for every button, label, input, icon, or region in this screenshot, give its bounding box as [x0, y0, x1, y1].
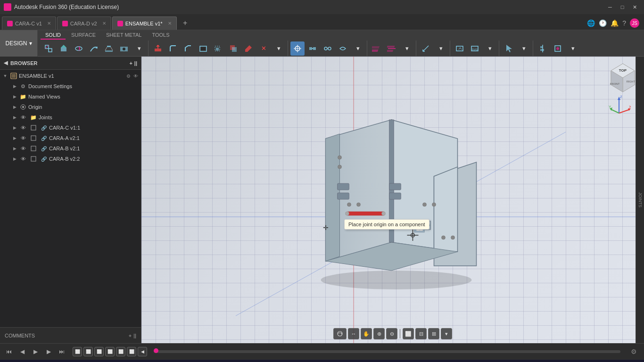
scale-btn[interactable]: [211, 41, 225, 56]
insert-more-btn[interactable]: ▾: [483, 41, 497, 56]
tab-cara-d[interactable]: CARA-D v2 ✕: [57, 16, 111, 30]
tree-named-views[interactable]: ▶ 📁 Named Views: [0, 91, 141, 102]
playback-end-btn[interactable]: ⏭: [57, 346, 67, 357]
keyframe-btn4[interactable]: ⬜: [105, 347, 115, 356]
direct-edit-btn[interactable]: [241, 41, 256, 56]
keyframe-btn3[interactable]: ⬜: [94, 347, 104, 356]
browser-add-icon[interactable]: +: [129, 60, 132, 66]
insert-svg-btn[interactable]: SVG: [468, 41, 482, 56]
create-more-btn[interactable]: ▾: [132, 41, 146, 56]
display-mode-btn[interactable]: ⊟: [415, 328, 427, 339]
pan-btn[interactable]: ↔: [348, 328, 359, 339]
new-component-btn[interactable]: [41, 41, 56, 56]
cara-a-v21-eye-icon[interactable]: 👁: [19, 134, 27, 142]
comments-add-btn[interactable]: +: [129, 333, 132, 338]
extrude-btn[interactable]: [57, 41, 71, 56]
playback-prev-btn[interactable]: ◀: [17, 346, 27, 357]
joints-eye-icon[interactable]: 👁: [19, 114, 27, 121]
comments-collapse-btn[interactable]: ||: [133, 333, 136, 338]
measure-btn[interactable]: [419, 41, 433, 56]
tab-cara-d-close[interactable]: ✕: [102, 21, 106, 26]
position-more-btn[interactable]: ▾: [566, 41, 580, 56]
playback-play-btn[interactable]: ▶: [30, 346, 41, 357]
viewport[interactable]: ⬜⬜ Place joint origin on a component ✛: [141, 57, 644, 343]
tab-solid[interactable]: SOLID: [41, 31, 66, 40]
revolve-btn[interactable]: [72, 41, 86, 56]
timeline-thumb[interactable]: [154, 348, 158, 353]
keyframe-btn1[interactable]: ⬜: [73, 347, 82, 356]
window-controls[interactable]: ─ □ ✕: [604, 2, 640, 12]
tab-sheet-metal[interactable]: SHEET METAL: [101, 31, 146, 40]
orbit-btn[interactable]: [333, 328, 347, 339]
joint-btn[interactable]: [290, 41, 305, 56]
midplane-btn[interactable]: [385, 41, 399, 56]
tab-globe-icon[interactable]: 🌐: [587, 19, 595, 27]
cara-b-v21-eye-icon[interactable]: 👁: [19, 145, 27, 152]
zoom-out-btn[interactable]: ⊖: [386, 328, 397, 339]
drive-joints-btn[interactable]: [321, 41, 335, 56]
cara-b-v22-expand[interactable]: ▶: [11, 156, 18, 162]
tab-tools[interactable]: TOOLS: [147, 31, 174, 40]
cara-b-v22-eye-icon[interactable]: 👁: [19, 155, 27, 163]
loft-btn[interactable]: [102, 41, 116, 56]
tab-user-icon[interactable]: JS: [630, 18, 639, 28]
root-eye-icon[interactable]: 👁: [132, 73, 139, 79]
select-more-btn[interactable]: ▾: [517, 41, 531, 56]
tree-cara-a-v21[interactable]: ▶ 👁 🔗 CARA-A v2:1: [0, 133, 141, 143]
doc-settings-expand[interactable]: ▶: [11, 83, 18, 90]
browser-collapse-icon[interactable]: ◀: [4, 60, 8, 66]
tab-bell-icon[interactable]: 🔔: [611, 19, 619, 27]
delete-btn[interactable]: ✕: [256, 41, 271, 56]
joint-cursor-icon[interactable]: ✛: [323, 224, 329, 231]
insert-canvas-btn[interactable]: [453, 41, 467, 56]
timeline-track[interactable]: [154, 350, 620, 353]
tree-cara-b-v21[interactable]: ▶ 👁 🔗 CARA-B v2:1: [0, 143, 141, 154]
rigid-group-btn[interactable]: [305, 41, 320, 56]
offset-plane-btn[interactable]: [370, 41, 384, 56]
tree-root[interactable]: ▼ ENSAMBLE v1 ⚙ 👁: [0, 71, 141, 81]
combine-btn[interactable]: [226, 41, 240, 56]
design-menu-button[interactable]: DESIGN ▾: [0, 30, 38, 57]
minimize-button[interactable]: ─: [604, 2, 616, 12]
tab-help-icon[interactable]: ?: [622, 19, 626, 27]
start-button[interactable]: [4, 361, 21, 362]
tree-origin[interactable]: ▶ Origin: [0, 102, 141, 112]
joints-expand[interactable]: ▶: [11, 114, 18, 121]
cara-b-v21-expand[interactable]: ▶: [11, 145, 18, 152]
tab-cara-c[interactable]: CARA-C v1 ✕: [2, 16, 56, 30]
tab-ensamble[interactable]: ENSAMBLE v1* ✕: [112, 16, 177, 30]
fit-view-btn[interactable]: ⬜: [403, 328, 414, 339]
inspect-more-btn[interactable]: ▾: [434, 41, 448, 56]
nav-more-btn[interactable]: ▾: [441, 328, 452, 339]
sweep-btn[interactable]: [87, 41, 101, 56]
select-btn[interactable]: [502, 41, 516, 56]
shell-btn[interactable]: [196, 41, 210, 56]
tab-cara-c-close[interactable]: ✕: [47, 21, 51, 26]
keyframe-btn7[interactable]: ◀: [138, 347, 147, 356]
cara-a-v21-expand[interactable]: ▶: [11, 135, 18, 141]
browser-collapse-icon2[interactable]: ||: [134, 60, 137, 66]
zoom-in-btn[interactable]: ⊕: [373, 328, 385, 339]
cara-c-v11-expand[interactable]: ▶: [11, 124, 18, 131]
grid-btn[interactable]: ⊞: [428, 328, 439, 339]
playback-next-btn[interactable]: ▶: [43, 346, 54, 357]
tree-joints[interactable]: ▶ 👁 📁 Joints: [0, 112, 141, 123]
keyframe-btn2[interactable]: ⬜: [83, 347, 93, 356]
align-btn[interactable]: [536, 41, 550, 56]
viewcube[interactable]: TOP RIGHT FRONT: [606, 61, 639, 94]
root-expand-btn[interactable]: ▼: [2, 73, 8, 79]
hand-btn[interactable]: ✋: [361, 328, 372, 339]
assemble-more-btn[interactable]: ▾: [351, 41, 365, 56]
timeline-settings-btn[interactable]: ⚙: [627, 345, 640, 358]
press-pull-btn[interactable]: [151, 41, 165, 56]
origin-expand[interactable]: ▶: [11, 104, 18, 110]
new-tab-button[interactable]: +: [179, 16, 192, 30]
playback-start-btn[interactable]: ⏮: [4, 346, 14, 357]
fillet-btn[interactable]: [166, 41, 180, 56]
named-views-expand[interactable]: ▶: [11, 93, 18, 100]
root-settings-icon[interactable]: ⚙: [125, 73, 132, 79]
maximize-button[interactable]: □: [617, 2, 628, 12]
right-panel-collapse[interactable]: JOINTS: [636, 57, 644, 343]
tab-clock-icon[interactable]: 🕐: [599, 19, 607, 27]
hole-btn[interactable]: [117, 41, 131, 56]
